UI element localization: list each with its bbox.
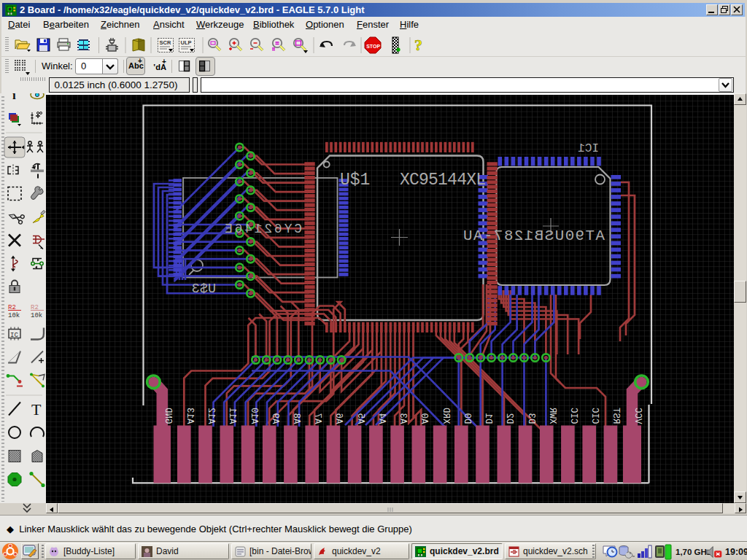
svg-text:XWR: XWR — [547, 407, 557, 424]
svg-text:U$1: U$1 — [340, 171, 370, 190]
svg-text:XRD: XRD — [441, 408, 451, 424]
svg-text:A12: A12 — [206, 408, 216, 424]
svg-text:+: + — [162, 58, 166, 66]
svg-text:D0: D0 — [462, 413, 472, 424]
svg-text:AT90USB1287-AU: AT90USB1287-AU — [463, 228, 605, 244]
svg-text:A4: A4 — [376, 413, 387, 424]
svg-text:A3: A3 — [398, 413, 408, 424]
svg-text:A11: A11 — [227, 408, 237, 424]
svg-text:A0: A0 — [419, 413, 429, 424]
svg-text:A7: A7 — [312, 413, 322, 424]
svg-text:CIC: CIC — [568, 408, 578, 424]
svg-text:VCC: VCC — [632, 408, 643, 424]
svg-text:SCR: SCR — [160, 39, 171, 46]
svg-text:GND: GND — [163, 408, 173, 424]
svg-text:U$3: U$3 — [192, 281, 216, 297]
svg-text:A5: A5 — [355, 413, 365, 424]
svg-text:ULP: ULP — [181, 39, 192, 46]
svg-text:A8: A8 — [291, 413, 301, 424]
svg-text:?: ? — [414, 36, 422, 54]
svg-text:A13: A13 — [185, 408, 195, 424]
svg-text:XC95144XL: XC95144XL — [400, 171, 486, 190]
svg-text:A10: A10 — [249, 408, 259, 424]
svg-text:A6: A6 — [333, 413, 344, 424]
svg-text:A9: A9 — [270, 413, 280, 424]
svg-text:T: T — [31, 400, 42, 419]
svg-text:IC: IC — [10, 332, 18, 339]
svg-text:10k: 10k — [31, 312, 42, 319]
svg-text:D3: D3 — [526, 413, 536, 424]
svg-text:D1: D1 — [483, 413, 493, 424]
svg-text:D2: D2 — [504, 413, 514, 424]
svg-text:+: + — [138, 58, 142, 65]
svg-text:IC1: IC1 — [578, 142, 599, 155]
svg-text:10k: 10k — [8, 312, 20, 319]
svg-text:RST: RST — [611, 407, 621, 424]
svg-text:CIC: CIC — [589, 408, 600, 424]
svg-text:STOP: STOP — [366, 44, 380, 49]
svg-text:i: i — [12, 93, 16, 102]
